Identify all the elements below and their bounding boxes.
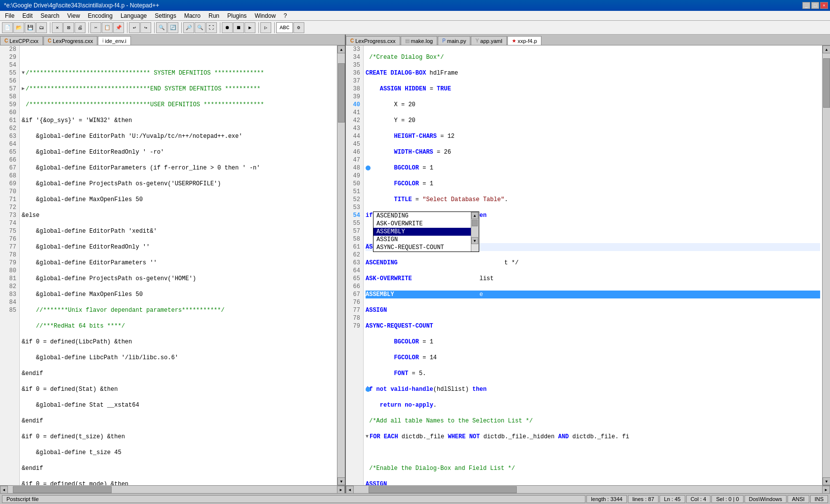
right-scroll-up[interactable]: ▲ [823,45,830,53]
ac-item-ask-overwrite[interactable]: ASK-OVERWRITE [374,220,471,228]
tb-undo[interactable]: ↩ [129,22,140,33]
left-scroll-track[interactable] [337,53,345,477]
right-hscroll-thumb[interactable] [369,486,517,493]
left-tab-lexcpp[interactable]: C LexCPP.cxx [0,36,43,45]
status-file-type: Postscript file [2,495,585,503]
left-hscroll-right[interactable]: ► [337,486,345,493]
ac-scroll-down[interactable]: ▼ [471,237,478,244]
ac-scroll-up[interactable]: ▲ [471,212,478,219]
menu-run[interactable]: Run [205,11,223,20]
menu-encoding[interactable]: Encoding [84,11,117,20]
left-vscrollbar[interactable]: ▲ ▼ [337,45,345,485]
tb-redo[interactable]: ↪ [140,22,151,33]
tb-play[interactable]: ▶ [245,22,255,33]
code-line: ▶/**********************************END … [22,85,335,93]
ac-item-assembly[interactable]: ASSEMBLY [374,228,471,236]
minimize-button[interactable]: _ [802,2,810,9]
right-tab-makelog[interactable]: ▤ make.log [401,36,438,45]
toolbar: 📄 📂 💾 🗂 ✕ ⊠ 🖨 ✂ 📋 📌 ↩ ↪ 🔍 🔄 🔎 🔍 ⛶ ⏺ ⏹ ▶ … [0,21,830,35]
right-vscrollbar[interactable]: ▲ ▼ [822,45,830,485]
left-scroll-down[interactable]: ▼ [337,477,345,485]
tb-cut[interactable]: ✂ [90,22,101,33]
autocomplete-dropdown[interactable]: ASCENDING ASK-OVERWRITE ASSEMBLY ASSIGN … [373,211,479,252]
menu-search[interactable]: Search [37,11,63,20]
code-line: &endif [22,417,335,425]
code-line: &global-define EditorParameters '' [22,259,335,267]
menu-settings[interactable]: Settings [151,11,180,20]
tb-stop[interactable]: ⏹ [233,22,244,33]
code-line: CREATE DIALOG-BOX hdlFrame [366,69,820,77]
maximize-button[interactable]: □ [811,2,819,9]
menu-file[interactable]: File [1,11,18,20]
tb-close-all[interactable]: ⊠ [63,22,74,33]
menu-language[interactable]: Language [117,11,151,20]
code-line: ASSEMBLY e [366,291,820,298]
right-scroll-track[interactable] [823,53,830,477]
ac-item-assign[interactable]: ASSIGN [374,236,471,244]
right-scroll-thumb[interactable] [823,58,830,108]
right-tab-mainpy[interactable]: P main.py [438,36,470,45]
menu-help[interactable]: ? [280,11,291,20]
tb-save-all[interactable]: 🗂 [36,22,47,33]
tb-paste[interactable]: 📌 [113,22,124,33]
menu-edit[interactable]: Edit [18,11,37,20]
close-button[interactable]: × [820,2,828,9]
right-tab-appyaml[interactable]: Y app.yaml [471,36,506,45]
tb-extra[interactable]: ⚙ [293,22,304,33]
left-line-numbers: 28 29 54 55 56 57 58 59 60 61 62 63 64 6… [0,45,20,485]
right-hscroll-right[interactable]: ► [822,486,830,493]
breakpoint-40 [366,165,372,173]
code-line: X = 20 [366,101,820,109]
right-hscroll-left[interactable]: ◄ [346,486,354,493]
left-hscrollbar[interactable]: ◄ ► [0,485,345,493]
tb-replace[interactable]: 🔄 [167,22,178,33]
tb-save[interactable]: 💾 [25,22,36,33]
ac-scroll-track[interactable] [471,219,479,237]
right-hscroll-track[interactable] [354,486,822,493]
menu-window[interactable]: Window [250,11,280,20]
ac-item-async-request-count[interactable]: ASYNC-REQUEST-COUNT [374,244,471,252]
status-lines: lines : 87 [628,495,659,503]
right-code-content[interactable]: /*Create Dialog Box*/ CREATE DIALOG-BOX … [364,45,822,485]
tb-zoom-in[interactable]: 🔎 [183,22,194,33]
code-line: //*******Unix flavor dependant parameter… [22,306,335,314]
left-hscroll-track[interactable] [8,486,337,493]
tb-run-script[interactable]: ▷ [260,22,271,33]
right-tab-lexprogress[interactable]: C LexProgress.cxx [346,36,400,45]
right-panel-tabs: C LexProgress.cxx ▤ make.log P main.py Y… [346,35,830,45]
tb-open[interactable]: 📂 [13,22,24,33]
tb-full-screen[interactable]: ⛶ [206,22,217,33]
tb-find[interactable]: 🔍 [156,22,167,33]
tb-abc[interactable]: ABC [276,22,293,33]
left-tab-ideenv[interactable]: i ide_env.i [98,36,130,45]
left-hscroll-thumb[interactable] [13,486,112,493]
right-tab-label-4: app.yaml [480,38,502,44]
left-scroll-up[interactable]: ▲ [337,45,345,53]
tb-close[interactable]: ✕ [52,22,63,33]
ac-item-ascending[interactable]: ASCENDING [374,212,471,220]
code-line: &if 0 = defined(t_size) &then [22,433,335,441]
tb-copy[interactable]: 📋 [102,22,113,33]
right-hscrollbar[interactable]: ◄ ► [346,485,830,493]
left-scroll-thumb[interactable] [338,63,345,123]
tb-print[interactable]: 🖨 [75,22,85,33]
menu-plugins[interactable]: Plugins [223,11,250,20]
code-line: /**********************************USER … [22,101,335,109]
window-title: *e:\Google Drive\4gl\scite343\scintilla\… [2,2,802,9]
tb-zoom-out[interactable]: 🔍 [195,22,206,33]
ac-scrollbar[interactable]: ▲ ▼ [471,212,479,252]
right-tab-xxpf4[interactable]: ★ xxp-f4.p [507,36,541,45]
left-tab-lexprogress[interactable]: C LexProgress.cxx [43,36,98,45]
left-hscroll-left[interactable]: ◄ [0,486,8,493]
ac-scroll-thumb[interactable] [472,219,478,226]
code-line: TITLE = "Select Database Table". [366,196,820,204]
left-code-content[interactable]: ▼/********************************** SYS… [20,45,337,485]
menu-bar: File Edit Search View Encoding Language … [0,11,830,21]
tb-sep1 [48,22,50,33]
menu-view[interactable]: View [63,11,84,20]
tb-record[interactable]: ⏺ [222,22,233,33]
menu-macro[interactable]: Macro [180,11,205,20]
tb-new[interactable]: 📄 [2,22,13,33]
right-scroll-down[interactable]: ▼ [823,477,830,485]
status-col: Col : 4 [686,495,711,503]
